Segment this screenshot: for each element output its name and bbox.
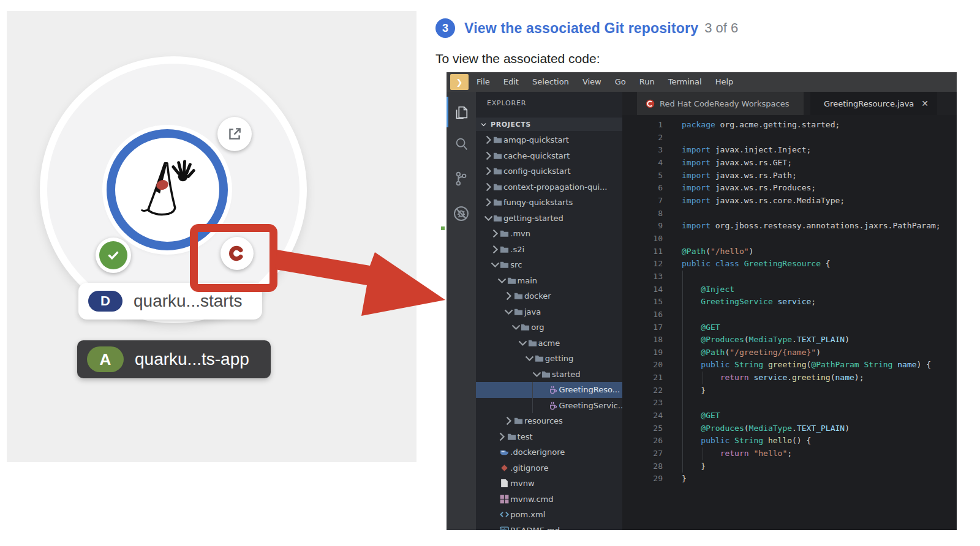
tree-item-s2i[interactable]: .s2i: [476, 242, 622, 258]
menu-item-file[interactable]: File: [470, 72, 497, 92]
code-line-26: 26 public String hello() {: [622, 435, 957, 447]
chevron-right-icon: [504, 291, 513, 301]
code-line-29: 29}: [622, 473, 957, 485]
code-line-28: 28 }: [622, 460, 957, 473]
chevron-right-icon: [497, 432, 507, 441]
debug-icon[interactable]: [447, 200, 476, 227]
code-line-22: 22 }: [622, 384, 957, 397]
tree-item-mvn[interactable]: .mvn: [476, 226, 622, 242]
folder-icon: [500, 260, 509, 269]
tree-item-label: resources: [524, 416, 563, 425]
tree-item-label: src: [510, 260, 522, 269]
tree-item-amqp-quickstart[interactable]: amqp-quickstart: [476, 132, 622, 148]
che-logo-icon[interactable]: ❯: [450, 74, 469, 90]
application-label[interactable]: A quarku...ts-app: [77, 340, 271, 378]
tree-item-label: started: [552, 370, 581, 379]
source-control-icon[interactable]: [447, 165, 476, 192]
tree-item-greetingservic[interactable]: GreetingServic...: [476, 398, 622, 414]
tree-item-mvnw-cmd[interactable]: mvnw.cmd: [476, 492, 622, 507]
menu-item-help[interactable]: Help: [709, 72, 741, 92]
deployment-badge: D: [88, 291, 123, 312]
chevron-right-icon: [491, 229, 500, 238]
tree-item-test[interactable]: test: [476, 429, 622, 445]
tree-item-label: funqy-quickstarts: [503, 198, 573, 207]
tree-item-label: .gitignore: [510, 463, 548, 473]
chevron-down-icon: [532, 370, 541, 379]
tree-item-dockerignore[interactable]: .dockerignore: [476, 444, 622, 460]
folder-icon: [541, 370, 551, 379]
code-line-17: 17 @GET: [622, 321, 957, 334]
line-number: 1: [622, 119, 663, 132]
tree-item-resources[interactable]: resources: [476, 413, 622, 429]
folder-icon-wrap: [493, 198, 503, 207]
chevron-right-icon: [497, 432, 507, 441]
chevron-down-icon: [490, 260, 500, 269]
folder-icon-wrap: [493, 182, 503, 192]
folder-icon-wrap: [521, 323, 531, 332]
menu-item-edit[interactable]: Edit: [497, 72, 526, 92]
tab-red-hat-codeready-workspaces[interactable]: Red Hat CodeReady Workspaces: [637, 92, 804, 115]
menu-item-selection[interactable]: Selection: [526, 72, 576, 92]
tree-item-gitignore[interactable]: .gitignore: [476, 460, 622, 476]
code-line-20: 20 public String greeting(@PathParam Str…: [622, 359, 957, 372]
tree-item-java[interactable]: java: [476, 304, 622, 320]
tree-item-context-propagation-qui[interactable]: context-propagation-qui...: [476, 179, 622, 195]
line-number: 27: [622, 447, 663, 460]
external-link-icon: [227, 126, 243, 142]
tree-item-label: config-quickstart: [503, 166, 571, 176]
tree-item-cache-quickstart[interactable]: cache-quickstart: [476, 148, 622, 164]
line-number: 28: [622, 460, 663, 473]
code-line-4: 4import javax.ws.rs.GET;: [622, 157, 957, 170]
tree-item-getting-started[interactable]: getting-started: [476, 211, 622, 226]
menu-item-view[interactable]: View: [576, 72, 608, 92]
folder-icon-wrap: [507, 432, 518, 441]
code-line-7: 7import javax.ws.rs.core.MediaType;: [622, 195, 957, 208]
tree-item-org[interactable]: org: [476, 320, 622, 335]
tree-item-label: org: [531, 323, 544, 332]
folder-icon-wrap: [514, 416, 524, 425]
chevron-right-icon: [490, 229, 500, 238]
tree-item-greetingreso[interactable]: GreetingReso...: [476, 382, 622, 398]
build-success-decorator[interactable]: [96, 237, 131, 273]
open-url-decorator[interactable]: [217, 117, 252, 151]
tree-item-docker[interactable]: docker: [476, 288, 622, 304]
tab-label: Red Hat CodeReady Workspaces: [660, 99, 789, 108]
tree-item-getting[interactable]: getting: [476, 351, 622, 367]
folder-icon-wrap: [514, 307, 524, 316]
tree-item-mvnw[interactable]: mvnw: [476, 476, 622, 492]
tree-item-main[interactable]: main: [476, 273, 622, 289]
projects-section-header[interactable]: PROJECTS: [476, 118, 622, 131]
tree-item-config-quickstart[interactable]: config-quickstart: [476, 163, 622, 179]
tree-item-src[interactable]: src: [476, 257, 622, 273]
tree-item-funqy-quickstarts[interactable]: funqy-quickstarts: [476, 195, 622, 211]
tree-item-readme-md[interactable]: README.md: [476, 523, 622, 531]
folder-icon-wrap: [535, 354, 545, 363]
image-selection-handle[interactable]: [440, 226, 445, 231]
tree-item-started[interactable]: started: [476, 367, 622, 383]
chevron-down-icon: [497, 276, 507, 285]
tree-item-acme[interactable]: acme: [476, 335, 622, 351]
folder-icon-wrap: [500, 260, 510, 269]
search-icon[interactable]: [447, 130, 476, 157]
code-line-2: 2: [622, 132, 957, 144]
folder-icon: [507, 432, 516, 441]
editor-pane: Red Hat CodeReady WorkspacesGreetingReso…: [622, 92, 957, 530]
duke-mascot-icon: [131, 154, 203, 226]
success-circle: [99, 241, 127, 269]
code-line-8: 8: [622, 208, 957, 220]
code-editor[interactable]: 1package org.acme.getting.started;23impo…: [622, 115, 957, 530]
menu-item-run[interactable]: Run: [633, 72, 662, 92]
code-line-13: 13: [622, 271, 957, 283]
line-number: 3: [622, 144, 663, 157]
menu-item-go[interactable]: Go: [608, 72, 633, 92]
close-icon[interactable]: ✕: [921, 99, 929, 108]
explorer-icon[interactable]: [447, 99, 476, 126]
chevron-right-icon: [491, 245, 500, 254]
line-number: 10: [622, 233, 663, 245]
tree-item-pom-xml[interactable]: pom.xml: [476, 507, 622, 523]
chevron-down-icon: [525, 354, 535, 363]
line-number: 20: [622, 359, 663, 372]
menu-item-terminal[interactable]: Terminal: [662, 72, 709, 92]
explorer-title: EXPLORER: [487, 99, 526, 107]
tab-greetingresource-java[interactable]: GreetingResource.java✕: [810, 92, 937, 115]
